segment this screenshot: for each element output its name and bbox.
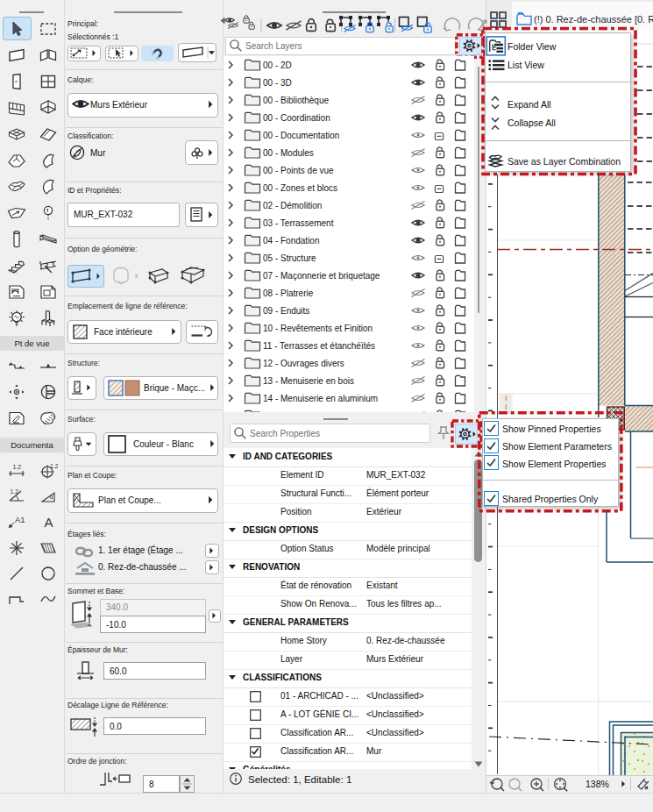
- svg-text:α: α: [49, 494, 53, 500]
- svg-text:A1: A1: [15, 515, 25, 524]
- svg-text:1.2: 1.2: [11, 488, 19, 495]
- svg-text:1.2: 1.2: [13, 464, 22, 470]
- svg-text:138%: 138%: [586, 779, 609, 789]
- svg-text:1.2: 1.2: [50, 463, 58, 469]
- svg-text:A: A: [44, 515, 53, 530]
